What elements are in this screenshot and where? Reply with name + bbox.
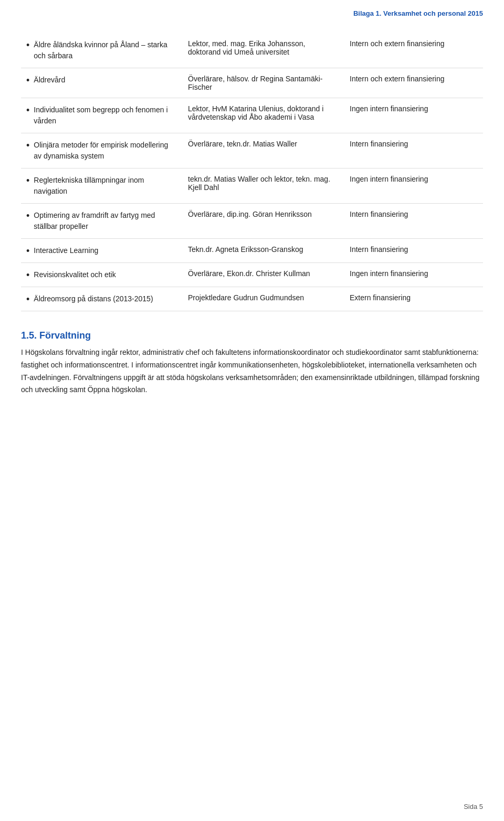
item-label: Optimering av framdrift av fartyg med st… [34, 210, 177, 232]
item-label: Revisionskvalitet och etik [34, 269, 116, 280]
page-number: Sida 5 [464, 803, 483, 811]
item-label: Äldrevård [34, 75, 65, 86]
section-heading: 1.5. Förvaltning [21, 330, 483, 341]
table-cell-item: •Reglertekniska tillämpningar inom navig… [21, 169, 183, 204]
section-number: 1.5. [21, 330, 39, 341]
bullet-icon: • [26, 106, 29, 115]
table-cell-person: Projektledare Gudrun Gudmundsen [183, 287, 344, 311]
table-cell-funding: Intern finansiering [344, 239, 483, 263]
bullet-icon: • [26, 246, 29, 256]
bullet-icon: • [26, 176, 29, 185]
table-row: •Optimering av framdrift av fartyg med s… [21, 204, 483, 239]
page-header: Bilaga 1. Verksamhet och personal 2015 [0, 0, 504, 23]
table-row: •Individualitet som begrepp och fenomen … [21, 98, 483, 133]
table-cell-funding: Intern finansiering [344, 133, 483, 169]
table-cell-item: •Äldrevård [21, 68, 183, 98]
item-label: Individualitet som begrepp och fenomen i… [34, 104, 177, 127]
table-cell-funding: Ingen intern finansiering [344, 169, 483, 204]
table-cell-person: Tekn.dr. Agneta Eriksson-Granskog [183, 239, 344, 263]
table-cell-item: •Individualitet som begrepp och fenomen … [21, 98, 183, 133]
table-cell-funding: Intern finansiering [344, 204, 483, 239]
table-cell-funding: Ingen intern finansiering [344, 98, 483, 133]
table-row: •ÄldrevårdÖverlärare, hälsov. dr Regina … [21, 68, 483, 98]
bullet-icon: • [26, 76, 29, 85]
table-cell-person: Lektor, med. mag. Erika Johansson, dokto… [183, 33, 344, 68]
table-cell-person: Överlärare, Ekon.dr. Christer Kullman [183, 263, 344, 287]
page-content: •Äldre åländska kvinnor på Åland – stark… [0, 23, 504, 438]
item-label: Äldre åländska kvinnor på Åland – starka… [34, 39, 177, 61]
table-row: •Revisionskvalitet och etikÖverlärare, E… [21, 263, 483, 287]
research-table: •Äldre åländska kvinnor på Åland – stark… [21, 33, 483, 311]
table-cell-funding: Extern finansiering [344, 287, 483, 311]
table-row: •Äldre åländska kvinnor på Åland – stark… [21, 33, 483, 68]
bullet-icon: • [26, 270, 29, 280]
table-cell-person: Lektor, HvM Katarina Ulenius, doktorand … [183, 98, 344, 133]
table-cell-funding: Ingen intern finansiering [344, 263, 483, 287]
table-cell-person: Överlärare, hälsov. dr Regina Santamäki-… [183, 68, 344, 98]
table-row: •Interactive LearningTekn.dr. Agneta Eri… [21, 239, 483, 263]
table-cell-item: •Äldreomsorg på distans (2013-2015) [21, 287, 183, 311]
table-cell-funding: Intern och extern finansiering [344, 33, 483, 68]
table-cell-person: Överlärare, dip.ing. Göran Henriksson [183, 204, 344, 239]
item-label: Reglertekniska tillämpningar inom naviga… [34, 175, 177, 197]
bullet-icon: • [26, 141, 29, 150]
header-title: Bilaga 1. Verksamhet och personal 2015 [353, 9, 483, 17]
bullet-icon: • [26, 211, 29, 220]
table-cell-item: •Optimering av framdrift av fartyg med s… [21, 204, 183, 239]
page-footer: Sida 5 [464, 803, 483, 811]
bullet-icon: • [26, 294, 29, 304]
table-row: •Reglertekniska tillämpningar inom navig… [21, 169, 483, 204]
table-row: •Äldreomsorg på distans (2013-2015)Proje… [21, 287, 483, 311]
item-label: Olinjära metoder för empirisk modellerin… [34, 140, 177, 162]
item-label: Interactive Learning [34, 245, 98, 256]
table-cell-item: •Olinjära metoder för empirisk modelleri… [21, 133, 183, 169]
section-body: I Högskolans förvaltning ingår rektor, a… [21, 346, 483, 396]
table-cell-person: tekn.dr. Matias Waller och lektor, tekn.… [183, 169, 344, 204]
section-title: Förvaltning [39, 330, 91, 341]
bullet-icon: • [26, 40, 29, 50]
table-cell-item: •Interactive Learning [21, 239, 183, 263]
table-cell-item: •Revisionskvalitet och etik [21, 263, 183, 287]
table-cell-item: •Äldre åländska kvinnor på Åland – stark… [21, 33, 183, 68]
table-row: •Olinjära metoder för empirisk modelleri… [21, 133, 483, 169]
item-label: Äldreomsorg på distans (2013-2015) [34, 293, 153, 304]
table-cell-person: Överlärare, tekn.dr. Matias Waller [183, 133, 344, 169]
table-cell-funding: Intern och extern finansiering [344, 68, 483, 98]
